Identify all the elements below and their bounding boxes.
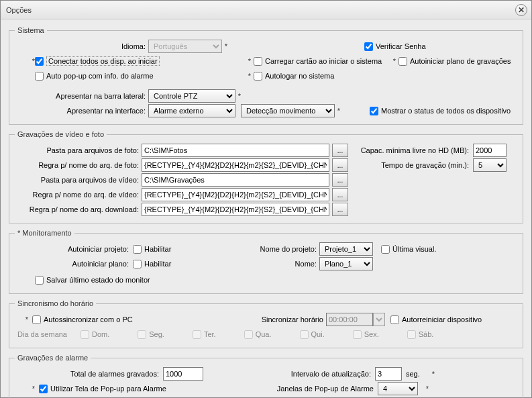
- sinc-horario-spinner[interactable]: [373, 313, 385, 326]
- nome-select[interactable]: Plano_1: [319, 257, 373, 270]
- autoiniciar-plano-check[interactable]: Autoiniciar plano de gravações: [398, 57, 511, 66]
- dia-qua[interactable]: Qua.: [244, 330, 272, 339]
- barra-lateral-select[interactable]: Controle PTZ: [148, 89, 235, 103]
- fieldset-sincronismo: Sincronismo do horário * Autossincroniza…: [9, 299, 523, 348]
- ultima-visual-check[interactable]: Última visual.: [381, 245, 436, 254]
- pasta-foto-input[interactable]: [142, 144, 329, 157]
- browse-foto-button[interactable]: ...: [332, 144, 348, 157]
- dia-dom[interactable]: Dom.: [81, 330, 109, 339]
- browse-regra-video-button[interactable]: ...: [332, 188, 348, 201]
- conectar-disp-check[interactable]: Conectar todos os disp. ao iniciar: [35, 56, 176, 66]
- ast: *: [222, 42, 230, 50]
- titlebar: Opções ✕: [1, 1, 531, 19]
- mostrar-status-check[interactable]: Mostrar o status de todos os dispositivo: [370, 107, 511, 115]
- close-icon: ✕: [518, 5, 525, 15]
- regra-video-input[interactable]: [142, 188, 329, 201]
- autossinc-check[interactable]: Autossincronizar com o PC: [32, 315, 233, 324]
- habilitar-plano-checkbox[interactable]: [133, 260, 142, 268]
- conectar-disp-checkbox[interactable]: [35, 57, 44, 66]
- auto-popup-checkbox[interactable]: [35, 72, 44, 81]
- legend-alarme: Gravações de alarme: [15, 354, 91, 362]
- ast: *: [246, 72, 254, 80]
- habilitar-projeto-check[interactable]: Habilitar: [133, 245, 200, 254]
- close-button[interactable]: ✕: [515, 4, 527, 16]
- content-area: Sistema Idioma: Português * Verificar Se…: [1, 19, 531, 398]
- carregar-cartao-check[interactable]: Carregar cartão ao iniciar o sistema: [254, 57, 388, 66]
- nome-projeto-select[interactable]: Projeto_1: [319, 242, 373, 256]
- legend-sincronismo: Sincronismo do horário: [15, 299, 96, 307]
- seg-label: seg.: [406, 370, 420, 378]
- browse-video-button[interactable]: ...: [332, 173, 348, 187]
- legend-sistema: Sistema: [15, 26, 47, 34]
- fieldset-sistema: Sistema Idioma: Português * Verificar Se…: [9, 26, 523, 125]
- ast: *: [390, 57, 398, 65]
- utilizar-popup-checkbox[interactable]: [39, 385, 48, 393]
- dia-seg[interactable]: Seg.: [138, 330, 164, 339]
- pasta-foto-label: Pasta para arquivos de foto:: [15, 146, 139, 154]
- regra-video-label: Regra p/ nome do arq. de vídeo:: [15, 191, 139, 199]
- carregar-cartao-checkbox[interactable]: [254, 57, 262, 66]
- barra-lateral-label: Apresentar na barra lateral:: [15, 92, 146, 100]
- dia-ter[interactable]: Ter.: [193, 330, 216, 339]
- autologar-check[interactable]: Autologar no sistema: [254, 72, 334, 81]
- verificar-senha-check[interactable]: Verificar Senha: [364, 42, 426, 51]
- salvar-estado-checkbox[interactable]: [35, 276, 44, 285]
- legend-gravacoes: Gravações de vídeo e foto: [15, 130, 107, 138]
- ast: *: [246, 57, 254, 65]
- nome-projeto-label: Nome do projeto:: [203, 245, 317, 253]
- browse-regra-foto-button[interactable]: ...: [332, 158, 348, 172]
- autologar-checkbox[interactable]: [254, 72, 262, 81]
- interface-select-1[interactable]: Alarme externo: [148, 104, 235, 117]
- pasta-video-label: Pasta para arquivos de vídeo:: [15, 176, 139, 184]
- autoiniciar-projeto-label: Autoiniciar projeto:: [15, 245, 129, 253]
- ast: *: [423, 385, 431, 393]
- pasta-video-input[interactable]: [142, 173, 329, 187]
- ast: *: [429, 370, 437, 378]
- legend-monitoramento: * Monitoramento: [15, 229, 74, 237]
- ast: *: [15, 57, 35, 65]
- regra-download-input[interactable]: [142, 203, 329, 216]
- ast: *: [15, 385, 35, 393]
- nome-label: Nome:: [203, 260, 317, 268]
- autorreiniciar-check[interactable]: Autorreiniciar dispositivo: [390, 315, 482, 324]
- autossinc-checkbox[interactable]: [32, 315, 41, 324]
- regra-foto-label: Regra p/ nome do arq. de foto:: [15, 161, 139, 169]
- autoiniciar-plano-checkbox[interactable]: [398, 57, 407, 66]
- verificar-senha-checkbox[interactable]: [364, 42, 373, 51]
- dia-sab[interactable]: Sáb.: [407, 330, 434, 339]
- utilizar-popup-check[interactable]: Utilizar Tela de Pop-up para Alarme: [39, 385, 207, 393]
- window-title: Opções: [6, 6, 32, 14]
- total-alarmes-input[interactable]: [163, 367, 203, 381]
- fieldset-monitoramento: * Monitoramento Autoiniciar projeto: Hab…: [9, 229, 523, 294]
- autoiniciar-plano-label: Autoiniciar plano:: [15, 260, 129, 268]
- ast: *: [235, 92, 244, 100]
- capac-input[interactable]: [473, 144, 507, 157]
- salvar-estado-check[interactable]: Salvar último estado do monitor: [35, 276, 150, 285]
- tempo-select[interactable]: 5: [473, 158, 507, 172]
- regra-download-label: Regra p/ nome do arq. download:: [15, 205, 139, 213]
- interface-label: Apresentar na interface:: [15, 107, 146, 115]
- janelas-select[interactable]: 4: [378, 382, 418, 395]
- mostrar-status-checkbox[interactable]: [370, 107, 378, 115]
- janelas-label: Janelas de Pop-up de Alarme: [209, 385, 374, 393]
- habilitar-projeto-checkbox[interactable]: [133, 245, 142, 254]
- options-dialog: Opções ✕ Sistema Idioma: Português * Ver…: [0, 0, 532, 398]
- ast: *: [15, 315, 28, 324]
- habilitar-plano-check[interactable]: Habilitar: [133, 260, 200, 268]
- dia-qui[interactable]: Qui.: [300, 330, 325, 339]
- tempo-label: Tempo de gravação (min.):: [348, 161, 469, 169]
- capac-label: Capac. mínima livre no HD (MB):: [348, 146, 469, 154]
- intervalo-input[interactable]: [375, 367, 402, 381]
- sinc-horario-input[interactable]: [326, 313, 373, 326]
- idioma-label: Idioma:: [15, 42, 146, 50]
- ultima-visual-checkbox[interactable]: [381, 245, 390, 254]
- regra-foto-input[interactable]: [142, 158, 329, 172]
- autorreiniciar-checkbox[interactable]: [390, 315, 399, 324]
- intervalo-label: Intervalo de atualização:: [203, 370, 371, 378]
- idioma-select[interactable]: Português: [148, 40, 222, 53]
- fieldset-gravacoes: Gravações de vídeo e foto Pasta para arq…: [9, 130, 523, 223]
- auto-popup-check[interactable]: Auto pop-up com info. do alarme: [35, 72, 176, 81]
- interface-select-2[interactable]: Detecção movimento: [241, 104, 335, 117]
- browse-regra-download-button[interactable]: ...: [332, 203, 348, 216]
- dia-sex[interactable]: Sex.: [353, 330, 379, 339]
